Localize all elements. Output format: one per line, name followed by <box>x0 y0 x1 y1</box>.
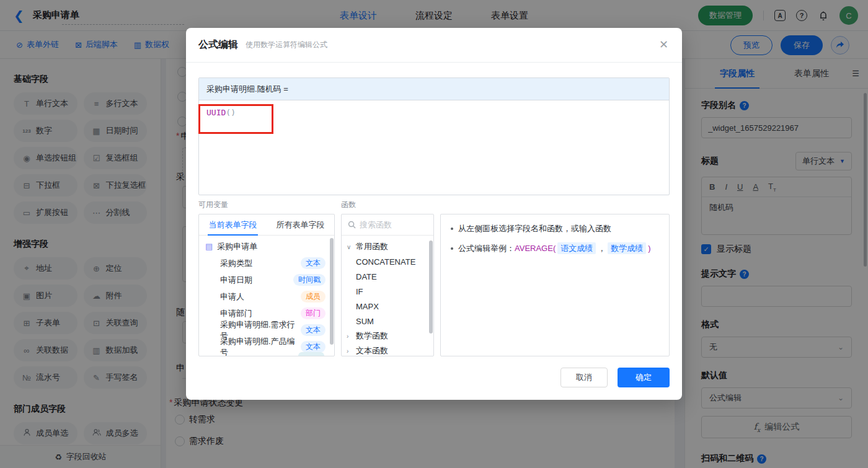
variables-label: 可用变量 <box>198 200 228 210</box>
type-badge: 文本 <box>301 324 326 336</box>
search-icon <box>348 221 356 229</box>
annotation-red-box <box>198 104 273 134</box>
type-badge: 文本 <box>301 341 326 353</box>
functions-label: 函数 <box>341 200 356 210</box>
chevron-collapsed-icon: › <box>347 348 353 355</box>
function-item[interactable]: IF <box>342 284 433 299</box>
variables-tabs: 当前表单字段 所有表单字段 <box>199 214 334 236</box>
formula-box: 采购申请明细.随机码 = UUID() <box>198 77 670 195</box>
variable-row[interactable]: 申请人成员 <box>199 288 334 305</box>
formula-editor-modal: 公式编辑 使用数学运算符编辑公式 ✕ 采购申请明细.随机码 = UUID() 可… <box>186 28 682 400</box>
variables-list: ▤ 采购申请单 采购类型文本 申请日期时间戳 申请人成员 申请部门部门 采购申请… <box>199 236 334 355</box>
variable-row[interactable]: 采购类型文本 <box>199 255 334 272</box>
group-text-functions[interactable]: ›文本函数 <box>342 343 433 356</box>
formula-code-area[interactable]: UUID() <box>199 100 669 195</box>
tip-line-1: 从左侧面板选择字段名和函数，或输入函数 <box>451 223 659 234</box>
modal-header: 公式编辑 使用数学运算符编辑公式 <box>186 28 682 63</box>
variables-scrollbar[interactable] <box>330 238 334 345</box>
variables-root[interactable]: ▤ 采购申请单 <box>199 238 334 255</box>
functions-panel: ∨常用函数 CONCATENATE DATE IF MAPX SUM ›数学函数… <box>341 214 434 356</box>
example-chip-2: 数学成绩 <box>608 242 646 254</box>
function-list: ∨常用函数 CONCATENATE DATE IF MAPX SUM ›数学函数… <box>342 236 433 356</box>
tips-panel: 从左侧面板选择字段名和函数，或输入函数 公式编辑举例：AVERAGE(语文成绩，… <box>440 214 670 356</box>
chevron-expanded-icon: ∨ <box>347 244 353 250</box>
group-common-functions[interactable]: ∨常用函数 <box>342 239 433 254</box>
modal-title: 公式编辑 <box>198 38 238 51</box>
tip-line-2: 公式编辑举例：AVERAGE(语文成绩，数学成绩) <box>451 243 659 254</box>
tab-all-form-fields[interactable]: 所有表单字段 <box>267 214 334 235</box>
functions-scrollbar[interactable] <box>429 241 433 333</box>
function-item[interactable]: SUM <box>342 314 433 329</box>
function-search-input[interactable] <box>360 220 422 229</box>
modal-subtitle: 使用数学运算符编辑公式 <box>246 40 327 50</box>
function-item[interactable]: MAPX <box>342 299 433 314</box>
formula-target: 采购申请明细.随机码 = <box>199 78 669 100</box>
form-doc-icon: ▤ <box>205 242 213 251</box>
close-icon[interactable]: ✕ <box>659 39 668 50</box>
group-math-functions[interactable]: ›数学函数 <box>342 329 433 343</box>
variables-panel: 当前表单字段 所有表单字段 ▤ 采购申请单 采购类型文本 申请日期时间戳 申请人… <box>198 214 335 356</box>
tab-current-form-fields[interactable]: 当前表单字段 <box>199 214 267 235</box>
modal-footer: 取消 确定 <box>560 368 670 387</box>
chevron-collapsed-icon: › <box>347 333 353 340</box>
example-chip-1: 语文成绩 <box>557 242 596 254</box>
type-badge: 部门 <box>301 307 326 319</box>
clipped-badge <box>298 352 324 356</box>
function-item[interactable]: DATE <box>342 269 433 284</box>
variable-row[interactable]: 申请日期时间戳 <box>199 272 334 288</box>
type-badge: 文本 <box>301 257 326 269</box>
tip-example: 公式编辑举例：AVERAGE(语文成绩，数学成绩) <box>458 243 651 254</box>
type-badge: 成员 <box>301 291 326 302</box>
confirm-button[interactable]: 确定 <box>618 368 670 387</box>
function-item[interactable]: CONCATENATE <box>342 254 433 269</box>
type-badge: 时间戳 <box>293 274 326 286</box>
function-search <box>342 214 433 236</box>
cancel-button[interactable]: 取消 <box>560 368 608 387</box>
